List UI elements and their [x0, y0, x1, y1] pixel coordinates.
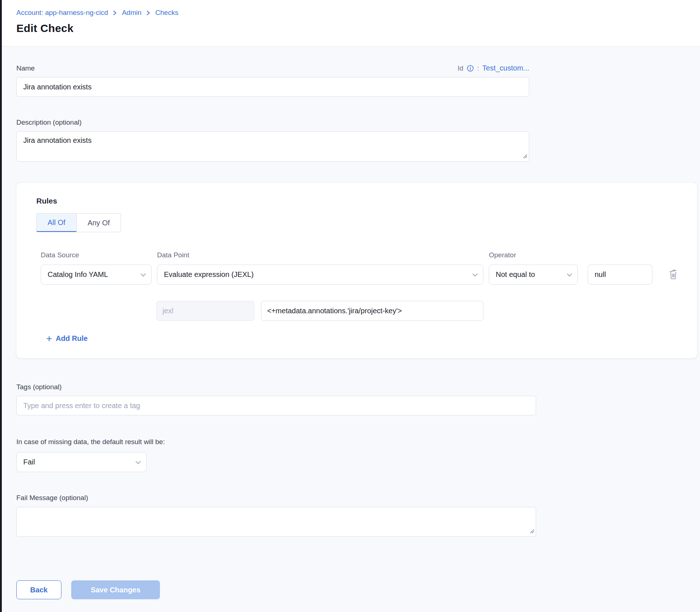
breadcrumb-checks-link[interactable]: Checks — [155, 9, 178, 17]
operator-value: Not equal to — [496, 270, 535, 279]
chevron-down-icon — [136, 459, 141, 464]
chevron-down-icon — [141, 271, 146, 276]
delete-rule-button[interactable] — [668, 269, 678, 281]
fail-message-label: Fail Message (optional) — [16, 494, 700, 502]
chevron-right-icon — [146, 10, 150, 16]
missing-data-label: In case of missing data, the default res… — [16, 438, 700, 446]
back-button[interactable]: Back — [16, 580, 61, 599]
default-result-value: Fail — [23, 458, 35, 466]
data-point-label: Data Point — [157, 251, 489, 259]
data-point-value: Evaluate expression (JEXL) — [164, 270, 254, 279]
id-label: Id — [458, 64, 463, 72]
data-source-label: Data Source — [41, 251, 157, 259]
rules-card: Rules All Of Any Of Data Source Data Poi… — [16, 183, 697, 358]
all-of-tab[interactable]: All Of — [37, 214, 76, 232]
description-label: Description (optional) — [16, 118, 700, 126]
chevron-down-icon — [567, 271, 572, 276]
name-label: Name — [16, 64, 35, 72]
page-header: Account: app-harness-ng-cicd Admin Check… — [0, 0, 700, 47]
plus-icon: + — [46, 334, 52, 343]
name-input[interactable] — [16, 77, 529, 97]
add-rule-label: Add Rule — [56, 334, 88, 343]
comparison-value-input[interactable] — [588, 265, 652, 285]
data-source-value: Catalog Info YAML — [48, 270, 108, 279]
form-actions: Back Save Changes — [16, 580, 700, 599]
info-icon[interactable] — [467, 65, 474, 72]
add-rule-button[interactable]: + Add Rule — [46, 334, 88, 343]
breadcrumb: Account: app-harness-ng-cicd Admin Check… — [16, 9, 700, 17]
tags-input[interactable] — [16, 396, 536, 415]
trash-icon — [668, 269, 678, 281]
rule-mode-toggle: All Of Any Of — [36, 213, 121, 232]
jexl-input[interactable] — [156, 301, 254, 321]
collapsed-sidebar-edge — [0, 0, 2, 612]
rule-row: Data Source Data Point Operator Catalog … — [41, 251, 697, 343]
id-separator: : — [477, 64, 479, 72]
rules-title: Rules — [36, 197, 697, 205]
expression-input[interactable] — [261, 301, 483, 321]
operator-select[interactable]: Not equal to — [489, 265, 578, 285]
any-of-tab[interactable]: Any Of — [76, 214, 121, 232]
data-point-select[interactable]: Evaluate expression (JEXL) — [157, 265, 483, 285]
tags-label: Tags (optional) — [16, 383, 700, 391]
edit-check-form: Name Id : Test_custom... Description (op… — [0, 64, 700, 599]
check-id-link[interactable]: Test_custom... — [482, 64, 529, 72]
chevron-down-icon — [472, 271, 478, 276]
data-source-select[interactable]: Catalog Info YAML — [41, 265, 152, 285]
default-result-select[interactable]: Fail — [16, 452, 146, 472]
save-changes-button[interactable]: Save Changes — [71, 580, 160, 599]
operator-label: Operator — [489, 251, 578, 259]
check-id-row: Id : Test_custom... — [458, 64, 529, 72]
description-textarea[interactable]: Jira annotation exists — [16, 131, 529, 162]
breadcrumb-account-link[interactable]: Account: app-harness-ng-cicd — [16, 9, 108, 17]
fail-message-textarea[interactable] — [16, 507, 536, 537]
breadcrumb-admin-link[interactable]: Admin — [122, 9, 141, 17]
page-title: Edit Check — [16, 22, 700, 35]
chevron-right-icon — [113, 10, 117, 16]
